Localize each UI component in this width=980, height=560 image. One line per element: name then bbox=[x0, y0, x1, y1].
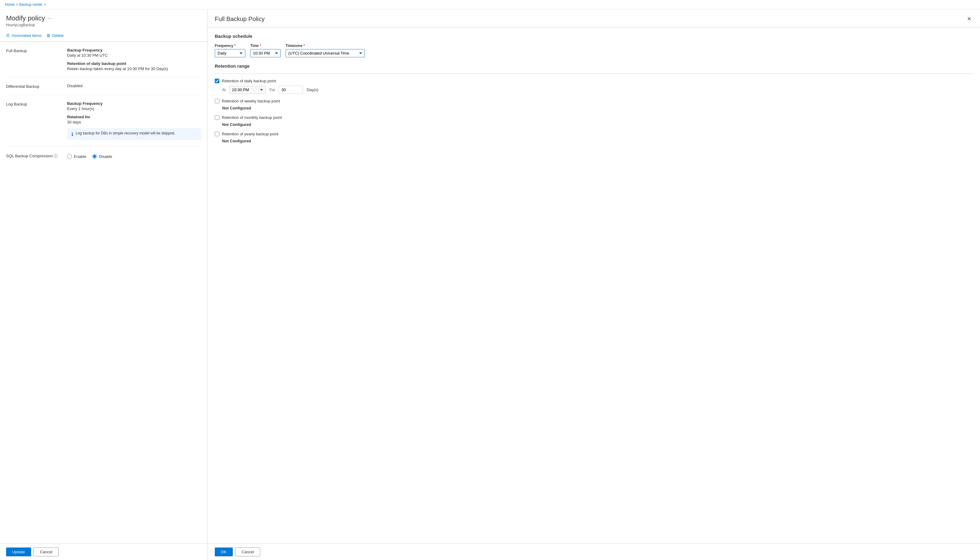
full-backup-content: Backup Frequency Daily at 10:30 PM UTC R… bbox=[67, 48, 201, 71]
delete-button[interactable]: 🗑 Delete bbox=[46, 32, 64, 39]
retention-divider bbox=[215, 73, 973, 74]
yearly-retention-checkbox[interactable] bbox=[215, 132, 219, 136]
monthly-retention-header: Retention of monthly backup point bbox=[215, 115, 973, 120]
breadcrumb-sep2: > bbox=[44, 2, 46, 7]
frequency-required: * bbox=[234, 43, 236, 48]
compression-radio-group: Enable Disable bbox=[67, 154, 201, 159]
info-icon: ℹ bbox=[71, 132, 73, 137]
log-info-box: ℹ Log backup for DBs in simple recovery … bbox=[67, 128, 201, 140]
sql-compression-label: SQL Backup Compression ⓘ bbox=[6, 153, 67, 159]
retention-range-section: Retention range Retention of daily backu… bbox=[215, 63, 973, 143]
associated-items-label: Associated items bbox=[12, 33, 42, 38]
associated-items-button[interactable]: ☰ Associated items bbox=[6, 32, 42, 39]
page-title: Modify policy bbox=[6, 14, 45, 22]
breadcrumb-backup-center[interactable]: Backup center bbox=[19, 2, 43, 7]
page-subtitle: HourlyLogBackup bbox=[6, 23, 201, 27]
daily-retention-item: Retention of daily backup point At 10:30… bbox=[215, 78, 973, 94]
log-backup-label: Log Backup bbox=[6, 101, 67, 140]
yearly-retention-label[interactable]: Retention of yearly backup point bbox=[222, 132, 279, 136]
left-cancel-button[interactable]: Cancel bbox=[33, 548, 59, 556]
timezone-group: Timezone * (UTC) Coordinated Universal T… bbox=[286, 43, 365, 57]
at-label: At bbox=[222, 88, 226, 92]
disable-radio[interactable] bbox=[92, 154, 97, 159]
compression-info-icon[interactable]: ⓘ bbox=[54, 153, 58, 158]
log-retained-title: Retained for bbox=[67, 115, 201, 119]
daily-retention-checkbox[interactable] bbox=[215, 78, 219, 83]
weekly-retention-header: Retention of weekly backup point bbox=[215, 99, 973, 103]
enable-radio-item[interactable]: Enable bbox=[67, 154, 86, 159]
retention-range-title: Retention range bbox=[215, 63, 973, 68]
right-footer: OK Cancel bbox=[207, 543, 980, 560]
frequency-label: Frequency * bbox=[215, 43, 245, 48]
log-frequency-title: Backup Frequency bbox=[67, 101, 201, 106]
ok-button[interactable]: OK bbox=[215, 548, 233, 556]
differential-backup-value: Disabled bbox=[67, 83, 201, 88]
daily-at-select[interactable]: 10:30 PM bbox=[229, 86, 266, 94]
update-button[interactable]: Update bbox=[6, 548, 31, 556]
time-label: Time * bbox=[250, 43, 281, 48]
monthly-retention-checkbox[interactable] bbox=[215, 115, 219, 120]
sql-compression-content: Enable Disable bbox=[67, 153, 201, 159]
backup-frequency-value: Daily at 10:30 PM UTC bbox=[67, 53, 201, 58]
close-button[interactable]: ✕ bbox=[966, 14, 973, 23]
weekly-retention-item: Retention of weekly backup point Not Con… bbox=[215, 99, 973, 110]
log-info-text: Log backup for DBs in simple recovery mo… bbox=[76, 131, 175, 135]
weekly-retention-checkbox[interactable] bbox=[215, 99, 219, 103]
daily-retention-header: Retention of daily backup point bbox=[215, 78, 973, 83]
left-footer: Update Cancel bbox=[0, 543, 207, 560]
daily-for-input[interactable] bbox=[279, 86, 303, 94]
monthly-retention-item: Retention of monthly backup point Not Co… bbox=[215, 115, 973, 127]
right-panel-header: Full Backup Policy ✕ bbox=[207, 10, 980, 27]
retention-daily-title: Retention of daily backup point bbox=[67, 61, 201, 66]
weekly-retention-label[interactable]: Retention of weekly backup point bbox=[222, 99, 280, 103]
full-backup-section: Full Backup Backup Frequency Daily at 10… bbox=[6, 42, 201, 77]
monthly-not-configured: Not Configured bbox=[222, 122, 973, 127]
daily-retention-controls: At 10:30 PM For Day(s) bbox=[222, 86, 973, 94]
retention-daily-value: Retain backup taken every day at 10:30 P… bbox=[67, 67, 201, 71]
differential-backup-label: Differential Backup bbox=[6, 83, 67, 89]
schedule-form-row: Frequency * Daily Weekly Monthly Time * bbox=[215, 43, 973, 57]
time-group: Time * 10:30 PM 11:00 PM 12:00 AM bbox=[250, 43, 281, 57]
weekly-not-configured: Not Configured bbox=[222, 106, 973, 110]
for-label: For bbox=[269, 88, 275, 92]
left-content: Full Backup Backup Frequency Daily at 10… bbox=[0, 42, 207, 543]
backup-schedule-title: Backup schedule bbox=[215, 33, 973, 39]
log-retained-value: 30 days bbox=[67, 120, 201, 124]
timezone-select[interactable]: (UTC) Coordinated Universal Time bbox=[286, 49, 365, 57]
log-backup-content: Backup Frequency Every 1 hour(s) Retaine… bbox=[67, 101, 201, 140]
frequency-select[interactable]: Daily Weekly Monthly bbox=[215, 49, 245, 57]
timezone-required: * bbox=[303, 43, 305, 48]
page-title-row: Modify policy ··· bbox=[6, 14, 201, 22]
yearly-retention-header: Retention of yearly backup point bbox=[215, 132, 973, 136]
yearly-retention-item: Retention of yearly backup point Not Con… bbox=[215, 132, 973, 143]
delete-label: Delete bbox=[52, 33, 64, 38]
timezone-label: Timezone * bbox=[286, 43, 365, 48]
log-backup-section: Log Backup Backup Frequency Every 1 hour… bbox=[6, 95, 201, 147]
enable-radio[interactable] bbox=[67, 154, 72, 159]
more-options-icon[interactable]: ··· bbox=[47, 15, 51, 21]
enable-label: Enable bbox=[74, 154, 86, 159]
disable-radio-item[interactable]: Disable bbox=[92, 154, 112, 159]
right-panel-title: Full Backup Policy bbox=[215, 15, 264, 23]
log-frequency-value: Every 1 hour(s) bbox=[67, 107, 201, 111]
time-select[interactable]: 10:30 PM 11:00 PM 12:00 AM bbox=[250, 49, 281, 57]
right-panel: Full Backup Policy ✕ Backup schedule Fre… bbox=[207, 10, 980, 560]
daily-unit: Day(s) bbox=[307, 87, 318, 92]
left-header: Modify policy ··· HourlyLogBackup bbox=[0, 10, 207, 30]
time-required: * bbox=[260, 43, 261, 48]
yearly-not-configured: Not Configured bbox=[222, 139, 973, 143]
breadcrumb-home[interactable]: Home bbox=[5, 2, 15, 7]
left-panel: Modify policy ··· HourlyLogBackup ☰ Asso… bbox=[0, 10, 207, 560]
backup-schedule-section: Backup schedule Frequency * Daily Weekly… bbox=[215, 33, 973, 57]
disable-label: Disable bbox=[99, 154, 112, 159]
breadcrumb-sep1: > bbox=[16, 2, 18, 7]
right-cancel-button[interactable]: Cancel bbox=[235, 548, 260, 556]
differential-backup-content: Disabled bbox=[67, 83, 201, 89]
daily-retention-label[interactable]: Retention of daily backup point bbox=[222, 78, 276, 83]
sql-compression-section: SQL Backup Compression ⓘ Enable Disable bbox=[6, 147, 201, 165]
right-panel-content: Backup schedule Frequency * Daily Weekly… bbox=[207, 27, 980, 543]
left-toolbar: ☰ Associated items 🗑 Delete bbox=[0, 30, 207, 42]
breadcrumb: Home > Backup center > bbox=[0, 0, 980, 10]
monthly-retention-label[interactable]: Retention of monthly backup point bbox=[222, 115, 282, 120]
list-icon: ☰ bbox=[6, 33, 10, 38]
